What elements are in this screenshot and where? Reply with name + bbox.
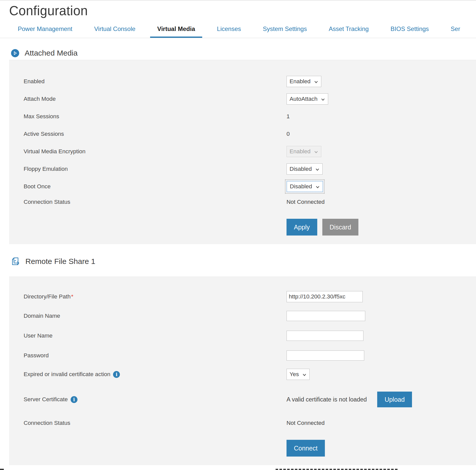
connection-status-label: Connection Status — [24, 420, 287, 426]
tab-licenses[interactable]: Licenses — [210, 25, 248, 38]
virtual-media-encryption-row: Virtual Media Encryption Enabled — [24, 146, 476, 157]
domain-name-label: Domain Name — [24, 313, 287, 319]
chevron-down-icon — [303, 374, 306, 376]
certificate-action-row: Expired or invalid certificate action i … — [24, 369, 476, 380]
user-name-row: User Name — [24, 331, 476, 341]
directory-file-path-label: Directory/File Path* — [24, 293, 287, 300]
directory-file-path-row: Directory/File Path* — [24, 291, 476, 302]
server-certificate-label: Server Certificate i — [24, 396, 287, 403]
attach-mode-select[interactable]: AutoAttach — [287, 93, 328, 105]
attach-mode-row: Attach Mode AutoAttach — [24, 93, 476, 105]
bottom-corner-artifact — [0, 469, 4, 470]
tab-asset-tracking[interactable]: Asset Tracking — [322, 25, 376, 38]
directory-file-path-input[interactable] — [287, 291, 363, 302]
remote-file-share-title: Remote File Share 1 — [25, 257, 95, 266]
password-label: Password — [24, 352, 287, 359]
password-input[interactable] — [287, 350, 364, 361]
enabled-select[interactable]: Enabled — [287, 76, 321, 87]
connection-status-label: Connection Status — [24, 199, 287, 205]
apply-button[interactable]: Apply — [287, 219, 317, 236]
server-certificate-row: Server Certificate i A valid certificate… — [24, 392, 476, 407]
attach-mode-label: Attach Mode — [24, 96, 287, 102]
tab-system-settings[interactable]: System Settings — [256, 25, 314, 38]
chevron-down-icon — [314, 81, 318, 83]
page-title: Configuration — [9, 3, 476, 18]
required-asterisk: * — [71, 293, 73, 300]
boot-once-row: Boot Once Disabled — [24, 181, 476, 192]
upload-button[interactable]: Upload — [377, 392, 412, 407]
bottom-cut-artifact — [276, 469, 398, 470]
domain-name-row: Domain Name — [24, 311, 476, 321]
max-sessions-label: Max Sessions — [24, 113, 287, 120]
attached-media-connection-status-row: Connection Status Not Connected — [24, 198, 476, 206]
user-name-label: User Name — [24, 332, 287, 339]
password-row: Password — [24, 350, 476, 361]
tab-bios-settings[interactable]: BIOS Settings — [384, 25, 436, 38]
certificate-action-select[interactable]: Yes — [287, 369, 310, 380]
chevron-down-icon — [321, 98, 325, 101]
remote-file-share-actions: Connect — [287, 440, 476, 457]
floppy-emulation-label: Floppy Emulation — [24, 166, 287, 172]
virtual-media-encryption-label: Virtual Media Encryption — [24, 148, 287, 155]
remote-file-share-panel: Directory/File Path* Domain Name User Na… — [9, 277, 476, 465]
discard-button[interactable]: Discard — [322, 219, 359, 236]
boot-once-label: Boot Once — [24, 183, 287, 190]
server-certificate-info-icon[interactable]: i — [71, 396, 77, 403]
tab-power-management[interactable]: Power Management — [11, 25, 80, 38]
enabled-label: Enabled — [24, 78, 287, 85]
user-name-input[interactable] — [287, 331, 363, 341]
domain-name-input[interactable] — [287, 311, 365, 321]
attached-media-play-icon — [11, 49, 19, 57]
server-certificate-status: A valid certificate is not loaded — [287, 396, 367, 403]
max-sessions-row: Max Sessions 1 — [24, 111, 476, 122]
attached-media-panel: Enabled Enabled Attach Mode AutoAttach M… — [9, 60, 476, 244]
connection-status-value: Not Connected — [287, 420, 325, 426]
max-sessions-value: 1 — [287, 113, 290, 120]
remote-file-share-header: Remote File Share 1 — [11, 257, 476, 266]
enabled-row: Enabled Enabled — [24, 76, 476, 87]
attached-media-header: Attached Media — [11, 49, 476, 57]
remote-file-share-connection-status-row: Connection Status Not Connected — [24, 419, 476, 427]
connection-status-value: Not Connected — [287, 199, 325, 205]
attached-media-actions: Apply Discard — [287, 219, 476, 236]
virtual-media-encryption-select: Enabled — [287, 146, 321, 157]
certificate-action-info-icon[interactable]: i — [113, 371, 120, 378]
active-sessions-label: Active Sessions — [24, 131, 287, 137]
boot-once-select[interactable]: Disabled — [287, 181, 323, 192]
floppy-emulation-select[interactable]: Disabled — [287, 163, 323, 175]
active-sessions-value: 0 — [287, 131, 290, 137]
chevron-down-icon — [314, 151, 318, 153]
tab-virtual-media[interactable]: Virtual Media — [150, 25, 202, 38]
attached-media-title: Attached Media — [25, 49, 77, 57]
file-share-icon — [11, 257, 20, 266]
floppy-emulation-row: Floppy Emulation Disabled — [24, 163, 476, 175]
active-sessions-row: Active Sessions 0 — [24, 128, 476, 140]
tab-bar: Power Management Virtual Console Virtual… — [0, 25, 476, 38]
chevron-down-icon — [316, 186, 320, 188]
tab-ser[interactable]: Ser — [443, 25, 467, 38]
tab-virtual-console[interactable]: Virtual Console — [87, 25, 142, 38]
top-edge-strip — [0, 0, 476, 1]
connect-button[interactable]: Connect — [287, 440, 325, 457]
certificate-action-label: Expired or invalid certificate action i — [24, 371, 287, 378]
chevron-down-icon — [315, 168, 319, 171]
